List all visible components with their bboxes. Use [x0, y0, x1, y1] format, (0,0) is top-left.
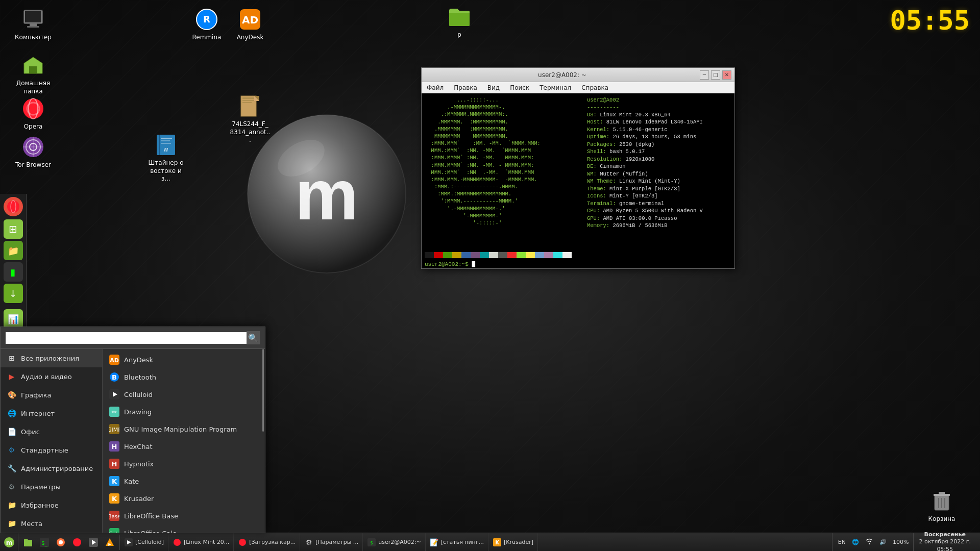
desktop-icon-book[interactable]: W Штайнер овостоке и з... — [143, 131, 189, 185]
taskbar-window-items: [Celluloid] [Linux Mint 20... [Загрузка … — [120, 533, 832, 551]
start-cat-standard[interactable]: ⚙ Стандартные — [1, 441, 102, 459]
anydesk-app-label: AnyDesk — [124, 356, 153, 364]
terminal-maximize-button[interactable]: □ — [711, 70, 720, 80]
terminal-menu-view[interactable]: Вид — [485, 83, 502, 92]
opera1-taskbar-label: [Linux Mint 20... — [184, 539, 229, 545]
all-apps-icon: ⊞ — [7, 353, 17, 363]
svg-text:K: K — [495, 540, 500, 545]
start-app-hexchat[interactable]: H HexChat — [103, 438, 265, 455]
desktop-icon-opera[interactable]: Opera — [10, 94, 56, 133]
kate-app-label: Kate — [124, 478, 139, 485]
taskbar-start-button[interactable]: m — [0, 533, 18, 552]
start-app-celluloid[interactable]: Celluloid — [103, 386, 265, 403]
bluetooth-app-label: Bluetooth — [124, 373, 156, 381]
systray-lang[interactable]: EN — [837, 538, 847, 546]
start-cat-office[interactable]: 📄 Офис — [1, 422, 102, 441]
sidebar-files-button[interactable]: 📁 — [4, 241, 23, 260]
start-cat-admin[interactable]: 🔧 Администрирование — [1, 459, 102, 478]
svg-rect-2 — [30, 23, 37, 26]
opera1-taskbar-icon — [173, 538, 182, 547]
desktop-icon-remmina[interactable]: R Remmina — [184, 5, 230, 44]
svg-rect-4 — [29, 66, 37, 73]
taskbar-opera2[interactable]: [Загрузка кар... — [234, 533, 300, 551]
libreoffice-base-label: LibreOffice Base — [124, 512, 178, 520]
quick-vlc-button[interactable]: ▶ — [102, 535, 117, 550]
desktop-icon-computer[interactable]: Компьютер — [10, 5, 56, 44]
sidebar-opera-button[interactable] — [4, 197, 23, 216]
sidebar-terminal-button[interactable]: ▮ — [4, 262, 23, 282]
systray-battery[interactable]: 100% — [891, 538, 910, 546]
taskbar-opera1[interactable]: [Linux Mint 20... — [168, 533, 234, 551]
start-cat-graphics[interactable]: 🎨 Графика — [1, 386, 102, 404]
hexchat-app-label: HexChat — [124, 443, 153, 450]
terminal-menu-file[interactable]: Файл — [425, 83, 446, 92]
trash-label: Корзина — [928, 515, 955, 523]
taskbar-krusader[interactable]: K [Krusader] — [488, 533, 538, 551]
opera-icon — [21, 96, 45, 121]
svg-rect-26 — [161, 138, 172, 139]
quick-celluloid-button[interactable] — [86, 535, 101, 550]
terminal-menu-edit[interactable]: Правка — [452, 83, 479, 92]
start-cat-all[interactable]: ⊞ Все приложения — [1, 349, 102, 367]
quick-files-button[interactable] — [20, 535, 36, 550]
terminal-menubar: Файл Правка Вид Поиск Терминал Справка — [422, 82, 734, 93]
libreoffice-calc-label: LibreOffice Calc — [124, 530, 176, 533]
quick-terminal-button[interactable]: $_ — [37, 535, 52, 550]
desktop: 05:55 Компьютер Домашняя — [0, 0, 980, 551]
svg-point-72 — [73, 538, 81, 546]
terminal-color-swatches — [422, 251, 734, 260]
start-app-libreoffice-base[interactable]: Base LibreOffice Base — [103, 507, 265, 524]
desktop-icon-folder-p[interactable]: р — [436, 3, 482, 41]
start-app-anydesk[interactable]: AD AnyDesk — [103, 351, 265, 368]
taskbar-clock[interactable]: Воскресенье 2 октября 2022 г. 05:55 — [913, 533, 976, 552]
desktop-icon-trash[interactable]: Корзина — [919, 487, 965, 525]
terminal-prompt: user2@A002:~$ █ — [422, 260, 734, 268]
quick-firefox-button[interactable] — [53, 535, 68, 550]
start-search-input[interactable] — [6, 332, 247, 344]
desktop-icon-anydesk[interactable]: AD AnyDesk — [227, 5, 273, 44]
taskbar-celluloid[interactable]: [Celluloid] — [120, 533, 168, 551]
start-cat-places[interactable]: 📁 Места — [1, 514, 102, 533]
svg-text:✏: ✏ — [112, 408, 117, 416]
opera-label: Opera — [24, 123, 43, 131]
scroll-indicator — [262, 349, 264, 432]
taskbar-term[interactable]: $ user2@A002:~ — [363, 533, 425, 551]
start-app-kate[interactable]: K Kate — [103, 472, 265, 490]
term-taskbar-label: user2@A002:~ — [378, 539, 421, 545]
terminal-controls: − □ ✕ — [700, 70, 731, 80]
start-app-bluetooth[interactable]: B Bluetooth — [103, 368, 265, 386]
terminal-menu-help[interactable]: Справка — [579, 83, 610, 92]
desktop-icon-tor[interactable]: Tor Browser — [10, 133, 56, 171]
sidebar-apps-button[interactable]: ⊞ — [4, 219, 23, 239]
sidebar-downloads-button[interactable]: ↓ — [4, 284, 23, 303]
start-cat-favorites[interactable]: 📁 Избранное — [1, 496, 102, 514]
start-search-button[interactable]: 🔍 — [247, 331, 260, 344]
start-app-gimp[interactable]: GIMP GNU Image Manipulation Program — [103, 420, 265, 438]
quick-opera-button[interactable] — [69, 535, 85, 550]
terminal-menu-search[interactable]: Поиск — [508, 83, 531, 92]
sidebar-monitor-button[interactable]: 📊 — [4, 309, 23, 329]
svg-text:W: W — [164, 147, 168, 153]
start-app-hypnotix[interactable]: H Hypnotix — [103, 455, 265, 472]
taskbar-article[interactable]: 📝 [статья пинг... — [426, 533, 488, 551]
svg-rect-28 — [161, 143, 171, 144]
taskbar-params[interactable]: ⚙ [Параметры ... — [300, 533, 363, 551]
systray-network-icon[interactable]: 🌐 — [850, 538, 861, 546]
start-cat-internet[interactable]: 🌐 Интернет — [1, 404, 102, 422]
color-swatch-0 — [425, 252, 434, 258]
svg-point-5 — [23, 98, 43, 119]
terminal-body: ...-:::::-... .-MMMMMMMMMMMMMM-. .:MMMMM… — [422, 93, 734, 251]
terminal-close-button[interactable]: ✕ — [722, 70, 731, 80]
desktop-icon-home[interactable]: Домашняяпапка — [10, 51, 56, 97]
start-app-libreoffice-calc[interactable]: Calc LibreOffice Calc — [103, 524, 265, 533]
terminal-menu-terminal[interactable]: Терминал — [537, 83, 573, 92]
celluloid-app-label: Celluloid — [124, 391, 153, 398]
start-cat-av[interactable]: ▶ Аудио и видео — [1, 367, 102, 386]
systray-sound-icon[interactable]: 🔊 — [878, 538, 888, 546]
start-app-krusader[interactable]: K Krusader — [103, 490, 265, 507]
term-taskbar-icon: $ — [367, 538, 376, 547]
start-app-drawing[interactable]: ✏ Drawing — [103, 403, 265, 420]
systray-wifi-icon[interactable] — [864, 537, 875, 547]
terminal-minimize-button[interactable]: − — [700, 70, 709, 80]
start-cat-settings[interactable]: ⚙ Параметры — [1, 478, 102, 496]
